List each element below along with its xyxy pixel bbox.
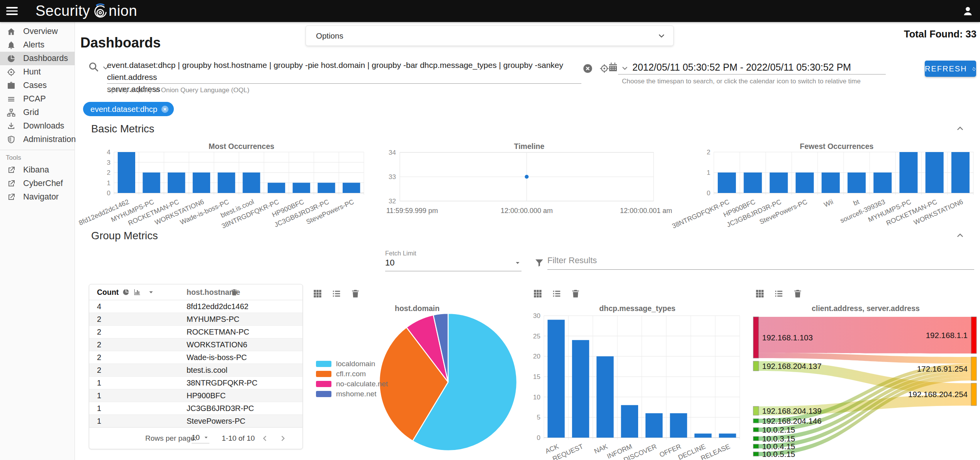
sankey-node-192-168-1-103[interactable] bbox=[753, 317, 759, 358]
x-axis-label[interactable]: 38NTRGDFQKR-PC bbox=[671, 198, 731, 230]
table-view-icon[interactable] bbox=[313, 289, 323, 299]
sidebar-item-kibana[interactable]: Kibana bbox=[0, 163, 75, 177]
sankey-node-10-0-4-15[interactable] bbox=[753, 444, 759, 448]
bar-btest-is-cool[interactable] bbox=[243, 172, 260, 193]
table-row[interactable]: 2Wade-is-boss-PC bbox=[89, 351, 302, 364]
table-row[interactable]: 48fd12edd2dc1462 bbox=[89, 300, 302, 313]
filter-chip[interactable]: event.dataset:dhcp bbox=[83, 102, 174, 116]
bar-request[interactable] bbox=[572, 340, 589, 438]
bar-38ntrgdfqkr-pc[interactable] bbox=[718, 172, 736, 193]
timeline-point[interactable] bbox=[525, 175, 529, 179]
bar-bt[interactable] bbox=[848, 172, 866, 193]
sidebar-item-administration[interactable]: Administration bbox=[0, 133, 75, 146]
bar-nak[interactable] bbox=[596, 356, 613, 438]
trash-icon[interactable] bbox=[793, 289, 803, 299]
bar-chart-icon[interactable] bbox=[133, 288, 141, 296]
user-icon[interactable] bbox=[962, 5, 974, 17]
bar-wade-is-boss-pc[interactable] bbox=[218, 172, 235, 193]
trash-icon[interactable] bbox=[571, 289, 581, 299]
calendar-icon[interactable] bbox=[608, 62, 618, 73]
legend-item-localdomain[interactable]: localdomain bbox=[316, 359, 388, 369]
bar-sourcefi-399363[interactable] bbox=[873, 172, 892, 193]
sidebar-item-grid[interactable]: Grid bbox=[0, 106, 75, 119]
bar-ack[interactable] bbox=[548, 320, 565, 438]
x-axis-label[interactable]: bt bbox=[852, 198, 861, 207]
filter-results-input[interactable] bbox=[547, 255, 974, 270]
bar-stevepowers-pc[interactable] bbox=[343, 183, 360, 193]
table-row[interactable]: 2WORKSTATION6 bbox=[89, 338, 302, 351]
search-icon[interactable] bbox=[88, 61, 99, 73]
count-column-header[interactable]: Count bbox=[97, 288, 119, 297]
list-view-icon[interactable] bbox=[552, 289, 562, 299]
sidebar-item-navigator[interactable]: Navigator bbox=[0, 190, 75, 204]
time-range-input[interactable]: 2012/05/11 05:30:52 PM - 2022/05/11 05:3… bbox=[632, 62, 851, 73]
table-view-icon[interactable] bbox=[755, 289, 765, 299]
remove-filter-icon[interactable] bbox=[161, 105, 169, 113]
sidebar-item-hunt[interactable]: Hunt bbox=[0, 65, 75, 79]
sankey-node-10-0-2-15[interactable] bbox=[753, 428, 759, 432]
options-dropdown[interactable]: Options bbox=[306, 25, 674, 46]
table-row[interactable]: 2ROCKETMAN-PC bbox=[89, 325, 302, 338]
table-row[interactable]: 138NTRGDFQKR-PC bbox=[89, 376, 302, 389]
table-row[interactable]: 1JC3GB6JRD3R-PC bbox=[89, 402, 302, 414]
bar-jc3gb6jrd3r-pc[interactable] bbox=[318, 183, 335, 193]
sidebar-item-pcap[interactable]: PCAP bbox=[0, 92, 75, 106]
bar-8fd12edd2dc1462[interactable] bbox=[118, 152, 135, 193]
bar-inform[interactable] bbox=[621, 405, 638, 438]
table-row[interactable]: 2btest.is.cool bbox=[89, 364, 302, 376]
legend-item-mshome-net[interactable]: mshome.net bbox=[316, 389, 388, 399]
bar-rocketman-pc[interactable] bbox=[926, 152, 944, 193]
bar-decline[interactable] bbox=[695, 433, 712, 438]
sankey-node-10-0-3-15[interactable] bbox=[753, 436, 759, 441]
time-range-chevron-icon[interactable] bbox=[620, 64, 629, 73]
clear-query-icon[interactable] bbox=[583, 63, 593, 74]
bar-offer[interactable] bbox=[670, 413, 687, 438]
sankey-node-192-168-204-146[interactable] bbox=[753, 419, 759, 423]
sankey-node-192-168-204-254[interactable] bbox=[971, 383, 977, 406]
bar-hp900bfc[interactable] bbox=[744, 172, 762, 193]
table-row[interactable]: 1HP900BFC bbox=[89, 389, 302, 402]
legend-item-cfl-rr-com[interactable]: cfl.rr.com bbox=[316, 369, 388, 379]
delete-column-icon[interactable] bbox=[230, 288, 238, 296]
sankey-node-172-16-91-254[interactable] bbox=[971, 357, 977, 381]
fetch-limit-select[interactable]: 10 bbox=[385, 258, 521, 271]
bar-discover[interactable] bbox=[645, 413, 662, 438]
sankey-node-192-168-204-139[interactable] bbox=[753, 406, 759, 415]
sankey-node-10-0-5-15[interactable] bbox=[753, 452, 759, 456]
sidebar-item-downloads[interactable]: Downloads bbox=[0, 119, 75, 133]
x-axis-label[interactable]: Wii bbox=[823, 198, 834, 208]
list-view-icon[interactable] bbox=[774, 289, 784, 299]
sidebar-item-cases[interactable]: Cases bbox=[0, 79, 75, 92]
bar-release[interactable] bbox=[719, 433, 736, 438]
previous-page-icon[interactable] bbox=[260, 434, 270, 443]
bar-rocketman-pc[interactable] bbox=[168, 172, 185, 193]
table-row[interactable]: 2MYHUMPS-PC bbox=[89, 313, 302, 325]
sidebar-item-alerts[interactable]: Alerts bbox=[0, 38, 75, 52]
bar-stevepowers-pc[interactable] bbox=[796, 172, 814, 193]
list-view-icon[interactable] bbox=[331, 289, 341, 299]
refresh-button[interactable]: REFRESH bbox=[925, 61, 976, 77]
sankey-node-192-168-1-1[interactable] bbox=[971, 317, 977, 353]
sidebar-item-cyberchef[interactable]: CyberChef bbox=[0, 177, 75, 190]
pie-chart-icon[interactable] bbox=[122, 288, 130, 296]
bar-workstation6[interactable] bbox=[193, 172, 210, 193]
bar-myhumps-pc[interactable] bbox=[899, 152, 917, 193]
bar-38ntrgdfqkr-pc[interactable] bbox=[268, 183, 285, 193]
table-view-icon[interactable] bbox=[533, 289, 543, 299]
rows-per-page-select[interactable]: 10 bbox=[192, 433, 209, 443]
menu-icon[interactable] bbox=[6, 7, 18, 15]
sankey-node-192-168-204-137[interactable] bbox=[753, 361, 759, 371]
next-page-icon[interactable] bbox=[278, 434, 287, 443]
table-row[interactable]: 1StevePowers-PC bbox=[89, 414, 302, 427]
trash-icon[interactable] bbox=[350, 289, 360, 299]
bar-hp900bfc[interactable] bbox=[293, 183, 310, 193]
legend-item-no-calculate-net[interactable]: no-calculate.net bbox=[316, 379, 388, 389]
sort-menu-icon[interactable] bbox=[147, 288, 155, 296]
bar-jc3gb6jrd3r-pc[interactable] bbox=[769, 172, 788, 193]
bar-workstation6[interactable] bbox=[951, 152, 970, 193]
bar-myhumps-pc[interactable] bbox=[143, 172, 160, 193]
sidebar-item-dashboards[interactable]: Dashboards bbox=[0, 52, 75, 65]
collapse-basic-metrics-button[interactable] bbox=[955, 123, 965, 134]
bar-wii[interactable] bbox=[822, 172, 840, 193]
sidebar-item-overview[interactable]: Overview bbox=[0, 25, 75, 38]
